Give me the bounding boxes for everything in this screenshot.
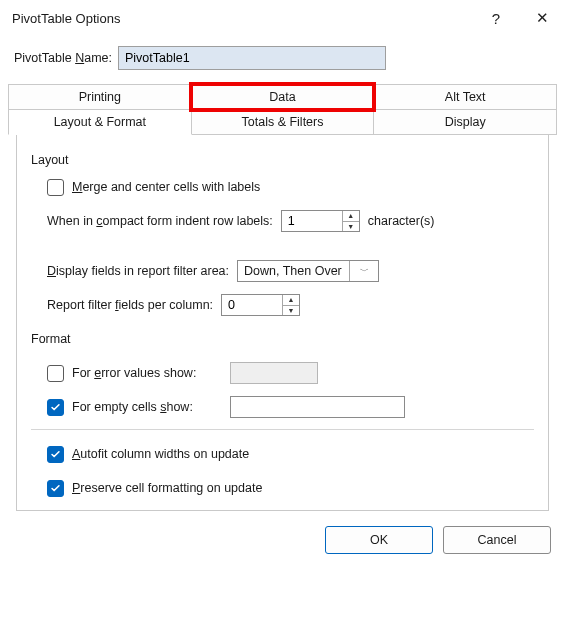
indent-up-icon[interactable]: ▲ <box>343 211 359 222</box>
help-icon: ? <box>492 10 500 27</box>
empty-cells-row: For empty cells show: <box>47 395 534 419</box>
filter-fields-spinner[interactable]: ▲ ▼ <box>221 294 300 316</box>
display-fields-row: Display fields in report filter area: Do… <box>47 259 534 283</box>
indent-value[interactable] <box>282 211 342 231</box>
error-values-checkbox[interactable] <box>47 365 64 382</box>
merge-center-label: Merge and center cells with labels <box>72 180 260 194</box>
indent-down-icon[interactable]: ▼ <box>343 222 359 232</box>
empty-cells-label: For empty cells show: <box>72 400 222 414</box>
pivottable-name-input[interactable] <box>118 46 386 70</box>
indent-row: When in compact form indent row labels: … <box>47 209 534 233</box>
filter-fields-label: Report filter fields per column: <box>47 298 213 312</box>
preserve-label: Preserve cell formatting on update <box>72 481 262 495</box>
filter-down-icon[interactable]: ▼ <box>283 306 299 316</box>
pivottable-name-row: PivotTable Name: <box>0 36 565 84</box>
pivottable-options-dialog: PivotTable Options ? ✕ PivotTable Name: … <box>0 0 565 641</box>
tabs: Printing Data Alt Text Layout & Format T… <box>8 84 557 511</box>
close-button[interactable]: ✕ <box>519 0 565 36</box>
indent-suffix: character(s) <box>368 214 435 228</box>
filter-fields-row: Report filter fields per column: ▲ ▼ <box>47 293 534 317</box>
dialog-footer: OK Cancel <box>0 511 565 569</box>
filter-fields-value[interactable] <box>222 295 282 315</box>
tab-printing[interactable]: Printing <box>8 84 192 110</box>
indent-label: When in compact form indent row labels: <box>47 214 273 228</box>
preserve-row: Preserve cell formatting on update <box>47 476 534 500</box>
indent-spinner[interactable]: ▲ ▼ <box>281 210 360 232</box>
display-fields-value: Down, Then Over <box>244 264 349 278</box>
empty-cells-input[interactable] <box>230 396 405 418</box>
tab-panel-layout-format: Layout Merge and center cells with label… <box>16 135 549 511</box>
chevron-down-icon: ﹀ <box>349 261 378 281</box>
ok-button[interactable]: OK <box>325 526 433 554</box>
titlebar: PivotTable Options ? ✕ <box>0 0 565 36</box>
preserve-checkbox[interactable] <box>47 480 64 497</box>
error-values-input <box>230 362 318 384</box>
merge-center-row: Merge and center cells with labels <box>47 175 534 199</box>
cancel-button[interactable]: Cancel <box>443 526 551 554</box>
error-values-label: For error values show: <box>72 366 222 380</box>
divider <box>31 429 534 430</box>
dialog-title: PivotTable Options <box>12 11 120 26</box>
display-fields-select[interactable]: Down, Then Over ﹀ <box>237 260 379 282</box>
section-format-title: Format <box>31 327 534 351</box>
error-values-row: For error values show: <box>47 361 534 385</box>
autofit-label: Autofit column widths on update <box>72 447 249 461</box>
section-layout-title: Layout <box>31 153 534 167</box>
autofit-row: Autofit column widths on update <box>47 442 534 466</box>
autofit-checkbox[interactable] <box>47 446 64 463</box>
tab-totals-filters[interactable]: Totals & Filters <box>191 109 375 135</box>
tab-data[interactable]: Data <box>191 84 375 110</box>
tab-display[interactable]: Display <box>373 109 557 135</box>
merge-center-checkbox[interactable] <box>47 179 64 196</box>
pivottable-name-label: PivotTable Name: <box>14 51 112 65</box>
display-fields-label: Display fields in report filter area: <box>47 264 229 278</box>
tab-alt-text[interactable]: Alt Text <box>373 84 557 110</box>
tab-layout-format[interactable]: Layout & Format <box>8 109 192 135</box>
filter-up-icon[interactable]: ▲ <box>283 295 299 306</box>
close-icon: ✕ <box>536 9 549 27</box>
help-button[interactable]: ? <box>473 0 519 36</box>
empty-cells-checkbox[interactable] <box>47 399 64 416</box>
